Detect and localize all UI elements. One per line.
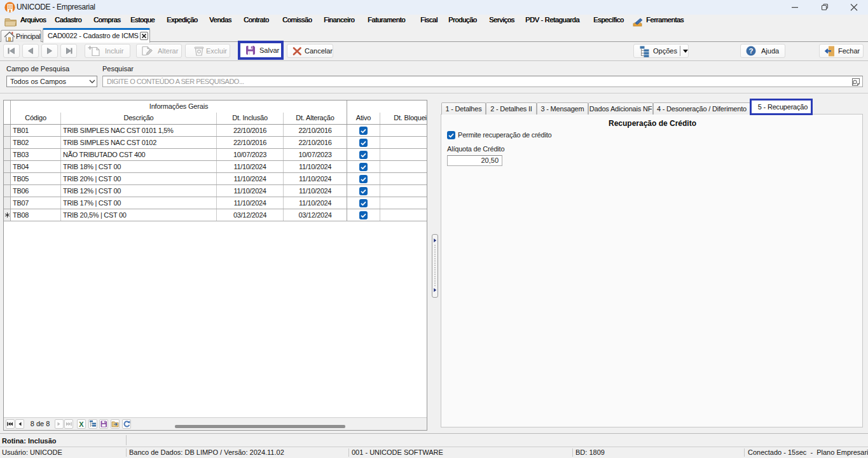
svg-text:?: ? xyxy=(748,47,753,55)
svg-text:X: X xyxy=(79,420,84,428)
